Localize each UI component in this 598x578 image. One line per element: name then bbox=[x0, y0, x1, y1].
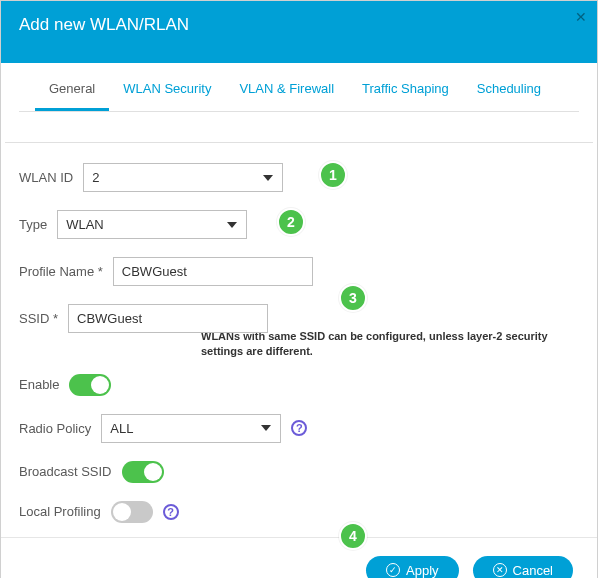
apply-label: Apply bbox=[406, 563, 439, 578]
label-broadcast-ssid: Broadcast SSID bbox=[19, 464, 112, 479]
general-form: WLAN ID 2 1 Type WLAN 2 Profile Name * 3 bbox=[1, 143, 597, 537]
wlan-id-select[interactable]: 2 bbox=[83, 163, 283, 192]
broadcast-ssid-toggle[interactable] bbox=[122, 461, 164, 483]
help-icon[interactable]: ? bbox=[291, 420, 307, 436]
row-type: Type WLAN 2 bbox=[19, 210, 579, 239]
x-circle-icon: ✕ bbox=[493, 563, 507, 577]
label-ssid: SSID * bbox=[19, 311, 58, 326]
tab-scheduling[interactable]: Scheduling bbox=[463, 81, 555, 111]
row-wlan-id: WLAN ID 2 1 bbox=[19, 163, 579, 192]
row-ssid: SSID * bbox=[19, 304, 579, 333]
callout-4: 4 bbox=[339, 522, 367, 550]
row-radio-policy: Radio Policy ALL ? bbox=[19, 414, 579, 443]
help-icon[interactable]: ? bbox=[163, 504, 179, 520]
label-profile-name: Profile Name * bbox=[19, 264, 103, 279]
label-local-profiling: Local Profiling bbox=[19, 504, 101, 519]
row-local-profiling: Local Profiling ? bbox=[19, 501, 579, 523]
profile-name-input[interactable] bbox=[113, 257, 313, 286]
tab-general[interactable]: General bbox=[35, 81, 109, 111]
apply-button[interactable]: ✓ Apply bbox=[366, 556, 459, 578]
label-enable: Enable bbox=[19, 377, 59, 392]
check-circle-icon: ✓ bbox=[386, 563, 400, 577]
label-wlan-id: WLAN ID bbox=[19, 170, 73, 185]
row-enable: Enable bbox=[19, 374, 579, 396]
cancel-button[interactable]: ✕ Cancel bbox=[473, 556, 573, 578]
row-broadcast-ssid: Broadcast SSID bbox=[19, 461, 579, 483]
tab-bar: General WLAN Security VLAN & Firewall Tr… bbox=[1, 63, 597, 112]
dialog-footer: 4 ✓ Apply ✕ Cancel bbox=[1, 537, 597, 578]
label-radio-policy: Radio Policy bbox=[19, 421, 91, 436]
enable-toggle[interactable] bbox=[69, 374, 111, 396]
add-wlan-dialog: Add new WLAN/RLAN ✕ General WLAN Securit… bbox=[0, 0, 598, 578]
row-profile-name: Profile Name * bbox=[19, 257, 579, 286]
close-icon[interactable]: ✕ bbox=[575, 9, 587, 25]
cancel-label: Cancel bbox=[513, 563, 553, 578]
ssid-input[interactable] bbox=[68, 304, 268, 333]
local-profiling-toggle[interactable] bbox=[111, 501, 153, 523]
tab-traffic-shaping[interactable]: Traffic Shaping bbox=[348, 81, 463, 111]
ssid-note: WLANs with same SSID can be configured, … bbox=[201, 329, 579, 360]
dialog-header: Add new WLAN/RLAN ✕ bbox=[1, 1, 597, 63]
radio-policy-select[interactable]: ALL bbox=[101, 414, 281, 443]
dialog-title: Add new WLAN/RLAN bbox=[19, 15, 189, 34]
tab-vlan-firewall[interactable]: VLAN & Firewall bbox=[225, 81, 348, 111]
type-select[interactable]: WLAN bbox=[57, 210, 247, 239]
label-type: Type bbox=[19, 217, 47, 232]
tab-wlan-security[interactable]: WLAN Security bbox=[109, 81, 225, 111]
callout-1: 1 bbox=[319, 161, 347, 189]
callout-2: 2 bbox=[277, 208, 305, 236]
